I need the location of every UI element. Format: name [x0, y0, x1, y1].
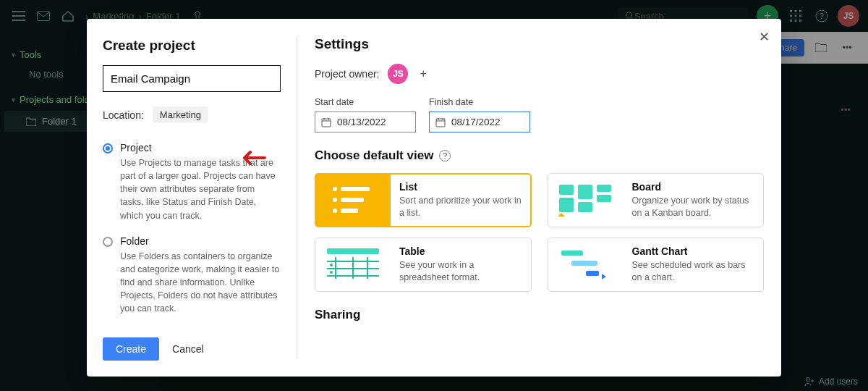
view-option-board[interactable]: Board Organize your work by status on a … — [548, 173, 765, 227]
radio-description: Use Folders as containers to organize an… — [120, 250, 281, 316]
svg-rect-16 — [436, 119, 445, 127]
svg-rect-34 — [586, 271, 599, 276]
type-radio-folder[interactable]: Folder Use Folders as containers to orga… — [103, 235, 281, 316]
owner-label: Project owner: — [315, 68, 379, 80]
svg-rect-15 — [322, 119, 331, 127]
finish-date-value: 08/17/2022 — [451, 117, 501, 127]
radio-icon[interactable] — [103, 237, 113, 247]
svg-rect-27 — [597, 185, 611, 192]
svg-rect-28 — [597, 195, 611, 202]
modal-left-pane: Create project Location: Marketing Proje… — [87, 19, 297, 377]
default-view-title: Choose default view — [315, 148, 433, 163]
svg-rect-20 — [341, 198, 364, 202]
help-icon[interactable]: ? — [439, 150, 451, 161]
start-date-value: 08/13/2022 — [337, 117, 386, 127]
radio-label: Folder — [120, 235, 281, 247]
svg-point-17 — [333, 187, 337, 191]
radio-icon[interactable] — [103, 143, 113, 154]
view-title: Table — [399, 245, 522, 257]
svg-point-31 — [330, 271, 333, 274]
svg-rect-24 — [559, 198, 574, 212]
cancel-button[interactable]: Cancel — [172, 343, 204, 355]
view-desc: Organize your work by status on a Kanban… — [632, 195, 755, 219]
list-thumb-icon — [315, 174, 391, 227]
start-date-input[interactable]: 08/13/2022 — [315, 112, 416, 133]
create-project-title: Create project — [103, 38, 281, 54]
modal-overlay: ✕ Create project Location: Marketing Pro… — [0, 0, 868, 391]
table-thumb-icon — [315, 238, 391, 291]
start-date-label: Start date — [315, 97, 416, 107]
svg-rect-32 — [561, 251, 583, 256]
gantt-thumb-icon — [548, 238, 624, 291]
calendar-icon — [321, 117, 331, 127]
svg-rect-18 — [341, 187, 370, 191]
svg-rect-22 — [341, 209, 358, 213]
annotation-arrow-icon — [237, 148, 266, 168]
view-option-gantt[interactable]: Gantt Chart See scheduled work as bars o… — [548, 237, 765, 292]
svg-rect-26 — [578, 202, 592, 212]
svg-point-19 — [333, 198, 337, 202]
svg-point-21 — [333, 209, 337, 213]
project-name-input[interactable] — [103, 65, 281, 92]
svg-rect-33 — [571, 261, 597, 266]
view-title: Gantt Chart — [632, 245, 755, 257]
view-desc: Sort and prioritize your work in a list. — [399, 195, 522, 219]
view-desc: See scheduled work as bars on a chart. — [632, 259, 755, 284]
view-title: List — [399, 181, 522, 193]
owner-avatar[interactable]: JS — [388, 64, 408, 84]
location-chip[interactable]: Marketing — [153, 106, 208, 123]
view-option-list[interactable]: List Sort and prioritize your work in a … — [315, 173, 532, 227]
location-label: Location: — [103, 109, 144, 121]
modal-right-pane: Settings Project owner: JS + Start date … — [297, 19, 781, 377]
create-project-modal: ✕ Create project Location: Marketing Pro… — [87, 19, 781, 377]
svg-rect-23 — [559, 185, 574, 195]
sharing-title: Sharing — [315, 308, 764, 322]
close-icon[interactable]: ✕ — [756, 26, 773, 48]
add-owner-button[interactable]: + — [417, 67, 429, 80]
svg-point-30 — [330, 264, 333, 266]
view-desc: See your work in a spreadsheet format. — [399, 259, 522, 284]
svg-rect-25 — [578, 185, 592, 199]
create-button[interactable]: Create — [103, 337, 159, 361]
view-title: Board — [632, 181, 755, 193]
finish-date-input[interactable]: 08/17/2022 — [429, 112, 530, 133]
view-option-table[interactable]: Table See your work in a spreadsheet for… — [315, 237, 532, 292]
board-thumb-icon — [548, 174, 624, 227]
calendar-icon — [435, 117, 446, 127]
settings-title: Settings — [315, 36, 764, 52]
finish-date-label: Finish date — [429, 97, 530, 107]
svg-rect-29 — [327, 248, 379, 254]
